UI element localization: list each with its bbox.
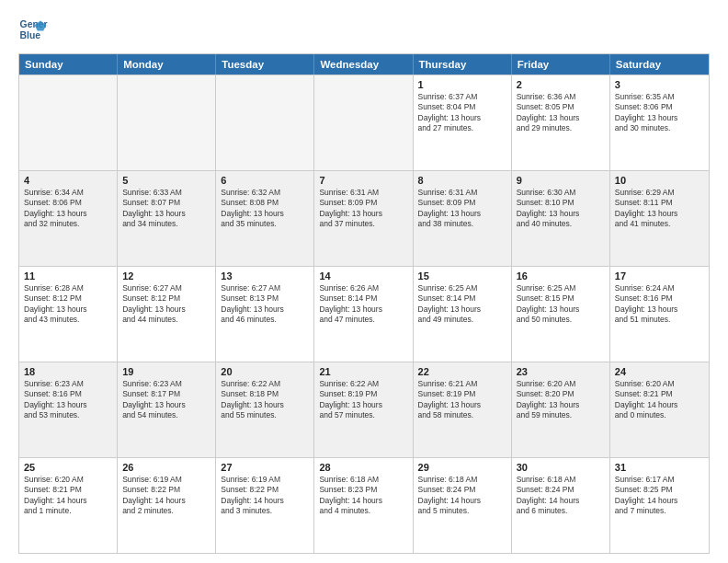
day-info: Sunrise: 6:34 AMSunset: 8:06 PMDaylight:… (24, 188, 112, 230)
day-info: Sunrise: 6:19 AMSunset: 8:22 PMDaylight:… (122, 475, 210, 517)
header-day-friday: Friday (512, 54, 610, 75)
day-cell-5: 5Sunrise: 6:33 AMSunset: 8:07 PMDaylight… (118, 171, 216, 266)
svg-text:Blue: Blue (20, 30, 41, 40)
day-info: Sunrise: 6:36 AMSunset: 8:05 PMDaylight:… (517, 92, 605, 134)
day-info: Sunrise: 6:31 AMSunset: 8:09 PMDaylight:… (319, 188, 407, 230)
day-info: Sunrise: 6:26 AMSunset: 8:14 PMDaylight:… (319, 283, 407, 326)
day-cell-28: 28Sunrise: 6:18 AMSunset: 8:23 PMDayligh… (314, 458, 413, 553)
day-number: 18 (24, 366, 112, 377)
day-number: 16 (517, 270, 605, 282)
day-number: 5 (122, 175, 210, 186)
day-number: 12 (122, 270, 210, 282)
day-number: 6 (221, 175, 309, 186)
day-cell-23: 23Sunrise: 6:20 AMSunset: 8:20 PMDayligh… (512, 362, 610, 457)
day-cell-16: 16Sunrise: 6:25 AMSunset: 8:15 PMDayligh… (512, 267, 610, 362)
day-info: Sunrise: 6:28 AMSunset: 8:12 PMDaylight:… (24, 283, 112, 326)
day-number: 24 (615, 366, 704, 377)
day-number: 28 (319, 462, 407, 473)
day-info: Sunrise: 6:33 AMSunset: 8:07 PMDaylight:… (122, 188, 210, 230)
day-cell-12: 12Sunrise: 6:27 AMSunset: 8:12 PMDayligh… (118, 267, 216, 362)
day-cell-24: 24Sunrise: 6:20 AMSunset: 8:21 PMDayligh… (610, 362, 709, 457)
day-number: 19 (122, 366, 210, 377)
day-cell-31: 31Sunrise: 6:17 AMSunset: 8:25 PMDayligh… (610, 458, 709, 553)
day-number: 21 (319, 366, 407, 377)
day-info: Sunrise: 6:20 AMSunset: 8:20 PMDaylight:… (517, 379, 605, 421)
calendar-row-3: 11Sunrise: 6:28 AMSunset: 8:12 PMDayligh… (19, 266, 709, 362)
day-number: 20 (221, 366, 309, 377)
day-number: 26 (122, 462, 210, 473)
day-cell-10: 10Sunrise: 6:29 AMSunset: 8:11 PMDayligh… (610, 171, 709, 266)
day-cell-3: 3Sunrise: 6:35 AMSunset: 8:06 PMDaylight… (610, 75, 709, 170)
day-cell-25: 25Sunrise: 6:20 AMSunset: 8:21 PMDayligh… (19, 458, 118, 553)
day-info: Sunrise: 6:21 AMSunset: 8:19 PMDaylight:… (418, 379, 506, 421)
logo: General Blue (18, 15, 48, 44)
day-cell-29: 29Sunrise: 6:18 AMSunset: 8:24 PMDayligh… (414, 458, 512, 553)
day-info: Sunrise: 6:20 AMSunset: 8:21 PMDaylight:… (615, 379, 704, 421)
day-cell-4: 4Sunrise: 6:34 AMSunset: 8:06 PMDaylight… (19, 171, 118, 266)
day-cell-9: 9Sunrise: 6:30 AMSunset: 8:10 PMDaylight… (512, 171, 610, 266)
day-number: 11 (24, 270, 112, 282)
day-number: 3 (615, 79, 704, 90)
day-number: 1 (418, 79, 506, 90)
day-number: 31 (615, 462, 704, 473)
day-cell-20: 20Sunrise: 6:22 AMSunset: 8:18 PMDayligh… (216, 362, 314, 457)
day-info: Sunrise: 6:18 AMSunset: 8:24 PMDaylight:… (418, 475, 506, 517)
day-cell-17: 17Sunrise: 6:24 AMSunset: 8:16 PMDayligh… (610, 267, 709, 362)
day-info: Sunrise: 6:27 AMSunset: 8:12 PMDaylight:… (122, 283, 210, 326)
day-info: Sunrise: 6:31 AMSunset: 8:09 PMDaylight:… (418, 188, 506, 230)
day-cell-2: 2Sunrise: 6:36 AMSunset: 8:05 PMDaylight… (512, 75, 610, 170)
header-day-thursday: Thursday (414, 54, 512, 75)
day-cell-26: 26Sunrise: 6:19 AMSunset: 8:22 PMDayligh… (118, 458, 216, 553)
day-info: Sunrise: 6:22 AMSunset: 8:18 PMDaylight:… (221, 379, 309, 421)
day-number: 10 (615, 175, 704, 186)
empty-cell (314, 75, 413, 170)
day-number: 25 (24, 462, 112, 473)
day-info: Sunrise: 6:35 AMSunset: 8:06 PMDaylight:… (615, 92, 704, 134)
day-info: Sunrise: 6:32 AMSunset: 8:08 PMDaylight:… (221, 188, 309, 230)
day-info: Sunrise: 6:37 AMSunset: 8:04 PMDaylight:… (418, 92, 506, 134)
day-number: 14 (319, 270, 407, 282)
day-info: Sunrise: 6:22 AMSunset: 8:19 PMDaylight:… (319, 379, 407, 421)
day-number: 15 (418, 270, 506, 282)
empty-cell (118, 75, 216, 170)
day-info: Sunrise: 6:18 AMSunset: 8:23 PMDaylight:… (319, 475, 407, 517)
day-number: 13 (221, 270, 309, 282)
day-info: Sunrise: 6:19 AMSunset: 8:22 PMDaylight:… (221, 475, 309, 517)
day-info: Sunrise: 6:23 AMSunset: 8:17 PMDaylight:… (122, 379, 210, 421)
day-cell-15: 15Sunrise: 6:25 AMSunset: 8:14 PMDayligh… (414, 267, 512, 362)
day-number: 9 (517, 175, 605, 186)
day-number: 30 (517, 462, 605, 473)
day-cell-14: 14Sunrise: 6:26 AMSunset: 8:14 PMDayligh… (314, 267, 413, 362)
day-cell-22: 22Sunrise: 6:21 AMSunset: 8:19 PMDayligh… (414, 362, 512, 457)
calendar-row-5: 25Sunrise: 6:20 AMSunset: 8:21 PMDayligh… (19, 457, 709, 553)
calendar-body: 1Sunrise: 6:37 AMSunset: 8:04 PMDaylight… (19, 75, 709, 553)
day-cell-1: 1Sunrise: 6:37 AMSunset: 8:04 PMDaylight… (414, 75, 512, 170)
day-info: Sunrise: 6:17 AMSunset: 8:25 PMDaylight:… (615, 475, 704, 517)
day-info: Sunrise: 6:29 AMSunset: 8:11 PMDaylight:… (615, 188, 704, 230)
day-info: Sunrise: 6:18 AMSunset: 8:24 PMDaylight:… (517, 475, 605, 517)
day-info: Sunrise: 6:20 AMSunset: 8:21 PMDaylight:… (24, 475, 112, 517)
header-day-monday: Monday (118, 54, 216, 75)
page-header: General Blue (18, 15, 710, 44)
calendar: SundayMondayTuesdayWednesdayThursdayFrid… (18, 53, 710, 554)
header-day-saturday: Saturday (610, 54, 709, 75)
header-day-tuesday: Tuesday (216, 54, 314, 75)
day-cell-18: 18Sunrise: 6:23 AMSunset: 8:16 PMDayligh… (19, 362, 118, 457)
header-day-wednesday: Wednesday (314, 54, 413, 75)
day-number: 27 (221, 462, 309, 473)
day-number: 8 (418, 175, 506, 186)
logo-icon: General Blue (18, 15, 48, 44)
day-number: 23 (517, 366, 605, 377)
day-cell-8: 8Sunrise: 6:31 AMSunset: 8:09 PMDaylight… (414, 171, 512, 266)
day-info: Sunrise: 6:23 AMSunset: 8:16 PMDaylight:… (24, 379, 112, 421)
day-cell-21: 21Sunrise: 6:22 AMSunset: 8:19 PMDayligh… (314, 362, 413, 457)
day-cell-6: 6Sunrise: 6:32 AMSunset: 8:08 PMDaylight… (216, 171, 314, 266)
calendar-row-2: 4Sunrise: 6:34 AMSunset: 8:06 PMDaylight… (19, 170, 709, 266)
calendar-header: SundayMondayTuesdayWednesdayThursdayFrid… (19, 54, 709, 75)
calendar-row-1: 1Sunrise: 6:37 AMSunset: 8:04 PMDaylight… (19, 75, 709, 170)
day-number: 17 (615, 270, 704, 282)
day-info: Sunrise: 6:27 AMSunset: 8:13 PMDaylight:… (221, 283, 309, 326)
day-info: Sunrise: 6:30 AMSunset: 8:10 PMDaylight:… (517, 188, 605, 230)
empty-cell (19, 75, 118, 170)
day-number: 22 (418, 366, 506, 377)
